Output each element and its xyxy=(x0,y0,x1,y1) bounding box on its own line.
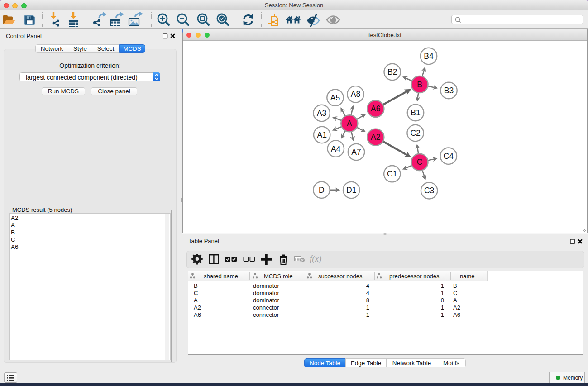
svg-text:B1: B1 xyxy=(411,108,420,117)
svg-text:C1: C1 xyxy=(387,169,397,178)
svg-text:D1: D1 xyxy=(346,186,356,195)
svg-text:C: C xyxy=(417,157,423,167)
svg-text:A: A xyxy=(347,119,352,128)
svg-text:C2: C2 xyxy=(410,129,420,138)
svg-text:A8: A8 xyxy=(351,90,360,99)
svg-text:B: B xyxy=(417,80,422,89)
svg-text:A3: A3 xyxy=(317,109,326,118)
svg-text:B2: B2 xyxy=(387,67,397,76)
svg-text:A5: A5 xyxy=(330,93,340,102)
svg-text:f(x): f(x) xyxy=(310,254,321,264)
svg-text:A6: A6 xyxy=(371,104,380,113)
svg-text:A7: A7 xyxy=(351,148,361,157)
svg-text:B4: B4 xyxy=(424,52,434,61)
svg-text:A2: A2 xyxy=(371,133,380,142)
svg-text:D: D xyxy=(319,186,325,195)
svg-text:A1: A1 xyxy=(317,130,326,139)
svg-text:C3: C3 xyxy=(424,186,434,195)
svg-text:C4: C4 xyxy=(444,152,454,161)
svg-text:A4: A4 xyxy=(331,144,341,153)
svg-text:B3: B3 xyxy=(444,86,454,95)
